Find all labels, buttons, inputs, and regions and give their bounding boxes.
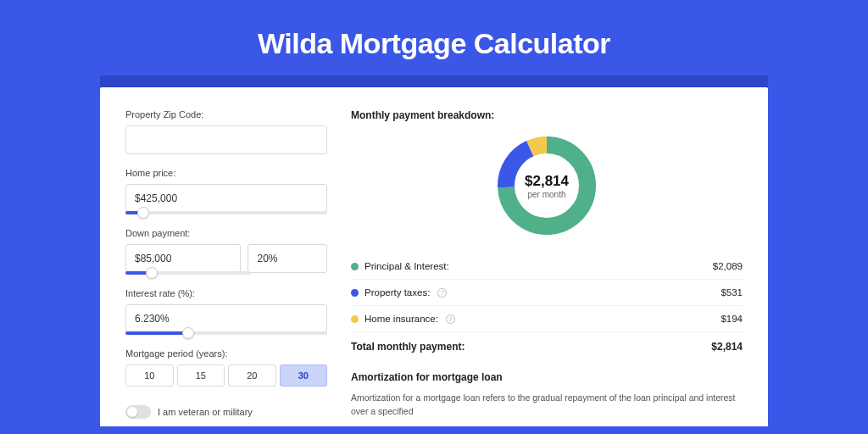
legend-value: $2,089 <box>713 261 743 271</box>
price-slider-thumb[interactable] <box>137 207 149 219</box>
donut-chart: $2,814 per month <box>494 133 599 238</box>
down-slider-thumb[interactable] <box>146 267 158 279</box>
zip-field: Property Zip Code: <box>125 109 327 154</box>
dot-icon <box>351 315 359 323</box>
rate-slider-thumb[interactable] <box>182 327 194 339</box>
price-input[interactable] <box>125 184 327 213</box>
down-field: Down payment: <box>125 228 327 275</box>
period-label: Mortgage period (years): <box>125 348 327 359</box>
donut-center: $2,814 per month <box>494 133 599 238</box>
legend-label: Home insurance: <box>364 314 438 324</box>
down-amount-input[interactable] <box>125 244 241 273</box>
total-value: $2,814 <box>711 341 743 353</box>
period-btn-10[interactable]: 10 <box>125 364 174 387</box>
rate-input[interactable] <box>125 304 327 333</box>
legend-label: Principal & Interest: <box>364 261 449 271</box>
legend-insurance: Home insurance: ? $194 <box>351 306 743 332</box>
dot-icon <box>351 263 359 270</box>
legend-principal: Principal & Interest: $2,089 <box>351 253 743 280</box>
inputs-column: Property Zip Code: Home price: Down paym… <box>125 109 327 426</box>
legend-value: $531 <box>721 287 743 298</box>
breakdown-heading: Monthly payment breakdown: <box>351 109 743 121</box>
legend-label: Property taxes: <box>364 287 430 298</box>
rate-label: Interest rate (%): <box>125 288 327 298</box>
down-label: Down payment: <box>125 228 327 238</box>
legend-value: $194 <box>721 314 743 324</box>
veteran-toggle[interactable] <box>125 405 151 419</box>
price-slider[interactable] <box>125 211 327 214</box>
period-btn-30[interactable]: 30 <box>280 364 328 387</box>
breakdown-column: Monthly payment breakdown: $2,814 per mo… <box>351 109 743 426</box>
period-btn-15[interactable]: 15 <box>177 364 225 387</box>
info-icon[interactable]: ? <box>446 314 455 324</box>
legend-taxes: Property taxes: ? $531 <box>351 280 743 306</box>
rate-slider[interactable] <box>125 331 327 335</box>
amortization-text: Amortization for a mortgage loan refers … <box>351 392 743 419</box>
period-btn-20[interactable]: 20 <box>228 364 276 387</box>
info-icon[interactable]: ? <box>437 288 447 298</box>
veteran-row: I am veteran or military <box>125 405 327 419</box>
card-shadow: Property Zip Code: Home price: Down paym… <box>100 75 768 426</box>
page-title: Wilda Mortgage Calculator <box>0 0 868 75</box>
price-label: Home price: <box>125 168 327 178</box>
veteran-label: I am veteran or military <box>158 407 253 417</box>
down-slider[interactable] <box>125 271 251 275</box>
period-buttons: 10 15 20 30 <box>125 364 327 387</box>
rate-slider-fill <box>125 331 188 335</box>
zip-input[interactable] <box>125 125 327 154</box>
total-row: Total monthly payment: $2,814 <box>351 332 743 366</box>
calculator-card: Property Zip Code: Home price: Down paym… <box>100 87 768 426</box>
price-field: Home price: <box>125 168 327 214</box>
zip-label: Property Zip Code: <box>125 109 327 120</box>
down-percent-input[interactable] <box>248 244 327 273</box>
donut-sub: per month <box>527 190 565 199</box>
rate-field: Interest rate (%): <box>125 288 327 335</box>
dot-icon <box>351 289 359 297</box>
donut-amount: $2,814 <box>525 173 569 190</box>
donut-wrap: $2,814 per month <box>351 133 743 238</box>
total-label: Total monthly payment: <box>351 341 465 353</box>
period-field: Mortgage period (years): 10 15 20 30 <box>125 348 327 387</box>
amortization-heading: Amortization for mortgage loan <box>351 371 743 383</box>
